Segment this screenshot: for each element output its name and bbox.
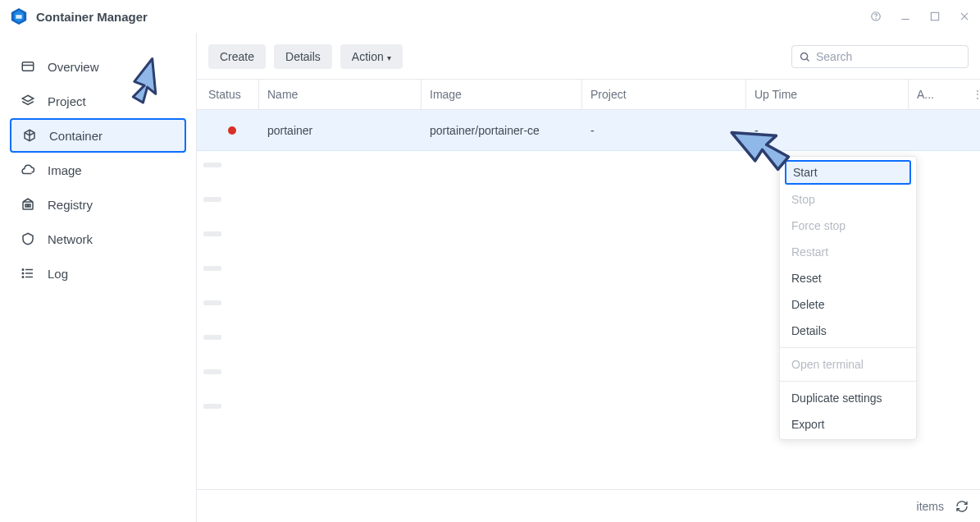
box-icon — [21, 127, 38, 144]
chevron-down-icon: ▾ — [387, 53, 391, 62]
action-button[interactable]: Action▾ — [340, 44, 403, 69]
network-icon — [20, 231, 36, 247]
sidebar-item-label: Image — [48, 163, 82, 177]
svg-marker-10 — [22, 95, 34, 102]
menu-item-open-terminal[interactable]: Open terminal — [780, 351, 916, 378]
svg-line-21 — [807, 58, 809, 61]
sidebar-item-label: Container — [49, 129, 103, 143]
sidebar-item-container[interactable]: Container — [10, 118, 186, 153]
list-icon — [20, 265, 36, 282]
table-header: Status Name Image Project Up Time A... ⋮ — [197, 79, 980, 110]
layers-icon — [20, 93, 36, 109]
name-cell: portainer — [259, 124, 422, 137]
main-panel: Create Details Action▾ Status Name Image… — [197, 33, 980, 522]
uptime-cell: - — [746, 124, 909, 137]
svg-point-17 — [22, 269, 24, 271]
table-header-more-icon[interactable]: ⋮ — [964, 80, 980, 109]
refresh-icon[interactable] — [955, 500, 969, 513]
sidebar-item-overview[interactable]: Overview — [10, 49, 186, 84]
sidebar-item-network[interactable]: Network — [10, 222, 186, 256]
menu-item-duplicate-settings[interactable]: Duplicate settings — [780, 385, 916, 411]
col-project[interactable]: Project — [582, 80, 746, 109]
sidebar-item-project[interactable]: Project — [10, 84, 186, 118]
sidebar-item-label: Overview — [48, 60, 99, 74]
sidebar-item-registry[interactable]: Registry — [10, 187, 186, 222]
search-input-wrap[interactable] — [791, 45, 969, 68]
svg-rect-13 — [29, 204, 30, 207]
details-button[interactable]: Details — [274, 44, 332, 69]
menu-item-force-stop[interactable]: Force stop — [780, 213, 916, 239]
search-icon — [799, 51, 811, 63]
sidebar-item-label: Log — [48, 267, 68, 281]
sidebar-item-image[interactable]: Image — [10, 153, 186, 187]
sidebar: Overview Project Container Image Registr… — [0, 33, 197, 522]
maximize-icon[interactable] — [929, 11, 941, 22]
status-cell — [197, 124, 259, 137]
sidebar-item-log[interactable]: Log — [10, 256, 186, 291]
svg-point-3 — [876, 19, 877, 20]
status-dot-stopped-icon — [228, 126, 236, 135]
svg-point-20 — [801, 53, 808, 59]
sidebar-item-label: Network — [48, 232, 93, 246]
items-label: items — [917, 500, 944, 513]
context-menu: Start Stop Force stop Restart Reset Dele… — [779, 156, 917, 440]
menu-divider — [780, 381, 916, 382]
overview-icon — [20, 58, 36, 75]
footer: items — [197, 489, 980, 522]
svg-rect-5 — [931, 12, 938, 20]
col-uptime[interactable]: Up Time — [746, 80, 909, 109]
toolbar: Create Details Action▾ — [197, 33, 980, 79]
svg-point-18 — [22, 272, 24, 274]
menu-divider — [780, 347, 916, 348]
menu-item-start[interactable]: Start — [785, 160, 911, 185]
table-row[interactable]: portainer portainer/portainer-ce - - — [197, 110, 980, 151]
titlebar: Container Manager — [0, 0, 980, 33]
svg-rect-12 — [25, 204, 27, 207]
create-button[interactable]: Create — [208, 44, 266, 69]
sidebar-item-label: Project — [48, 94, 86, 108]
menu-item-details[interactable]: Details — [780, 318, 916, 344]
help-icon[interactable] — [870, 11, 882, 22]
menu-item-delete[interactable]: Delete — [780, 291, 916, 318]
window-title: Container Manager — [36, 10, 148, 24]
menu-item-reset[interactable]: Reset — [780, 265, 916, 291]
action-label: Action — [352, 50, 384, 63]
image-cell: portainer/portainer-ce — [422, 124, 582, 137]
sidebar-item-label: Registry — [48, 198, 93, 212]
svg-rect-8 — [22, 62, 34, 71]
col-status[interactable]: Status — [197, 80, 259, 109]
registry-icon — [20, 196, 36, 213]
menu-item-restart[interactable]: Restart — [780, 239, 916, 265]
search-input[interactable] — [816, 50, 961, 63]
project-cell: - — [582, 124, 746, 137]
close-icon[interactable] — [959, 11, 970, 22]
menu-item-stop[interactable]: Stop — [780, 186, 916, 213]
cloud-icon — [20, 162, 36, 178]
col-name[interactable]: Name — [259, 80, 422, 109]
svg-point-19 — [22, 277, 24, 278]
menu-item-export[interactable]: Export — [780, 411, 916, 437]
app-logo-icon — [10, 7, 28, 25]
col-a[interactable]: A... — [909, 80, 964, 109]
minimize-icon[interactable] — [900, 11, 911, 22]
col-image[interactable]: Image — [422, 80, 582, 109]
